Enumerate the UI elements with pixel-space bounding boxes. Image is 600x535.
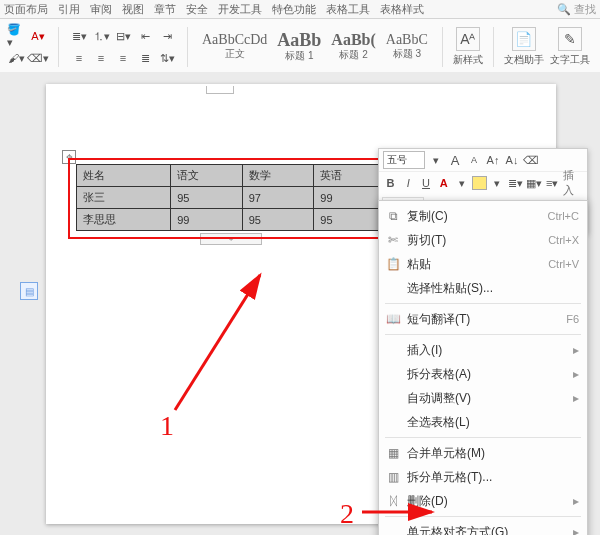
text-tool-icon: ✎ xyxy=(558,27,582,51)
font-color-button[interactable]: A xyxy=(436,175,451,191)
table-select-handle[interactable]: ✥ xyxy=(62,150,76,164)
font-color-icon[interactable]: A▾ xyxy=(28,26,48,46)
menu-item[interactable]: 📖短句翻译(T)F6 xyxy=(379,307,587,331)
search-icon: 🔍 xyxy=(557,3,571,16)
dropdown-icon[interactable]: ▾ xyxy=(490,175,505,191)
menu-item[interactable]: 插入(I)▸ xyxy=(379,338,587,362)
header-tab xyxy=(206,86,234,94)
numbering-icon[interactable]: ⒈▾ xyxy=(91,26,111,46)
align-justify-icon[interactable]: ≣ xyxy=(135,48,155,68)
text-tool-button[interactable]: ✎ 文字工具 xyxy=(550,27,590,67)
tab-features[interactable]: 特色功能 xyxy=(272,2,316,17)
menu-item-label: 插入(I) xyxy=(407,342,442,359)
clear-icon[interactable]: ⌫ xyxy=(523,152,539,168)
grow-font-icon[interactable]: A xyxy=(447,152,463,168)
bold-button[interactable]: B xyxy=(383,175,398,191)
menu-item-icon: ⧉ xyxy=(385,209,401,223)
bullets-icon[interactable]: ≣▾ xyxy=(69,26,89,46)
menu-item[interactable]: ᛞ删除(D)▸ xyxy=(379,489,587,513)
new-style-icon: Aᴬ xyxy=(456,27,480,51)
dropdown-icon[interactable]: ▾ xyxy=(454,175,469,191)
menu-item[interactable]: 拆分表格(A)▸ xyxy=(379,362,587,386)
tab-developer[interactable]: 开发工具 xyxy=(218,2,262,17)
align-center-icon[interactable]: ≡ xyxy=(91,48,111,68)
align-mini-icon[interactable]: ≡▾ xyxy=(545,175,560,191)
tab-table-style[interactable]: 表格样式 xyxy=(380,2,424,17)
new-style-button[interactable]: Aᴬ 新样式 xyxy=(453,27,483,67)
context-menu: ⧉复制(C)Ctrl+C✄剪切(T)Ctrl+X📋粘贴Ctrl+V选择性粘贴(S… xyxy=(378,200,588,535)
subscript-icon[interactable]: A↓ xyxy=(504,152,520,168)
clipboard-group: 🪣▾ A▾ 🖌▾ ⌫▾ xyxy=(6,26,48,68)
menu-item[interactable]: 单元格对齐方式(G)▸ xyxy=(379,520,587,535)
menu-item-label: 单元格对齐方式(G) xyxy=(407,524,508,536)
add-row-button[interactable]: + xyxy=(200,233,262,245)
submenu-arrow-icon: ▸ xyxy=(573,494,579,508)
menu-item[interactable]: 自动调整(V)▸ xyxy=(379,386,587,410)
search-box[interactable]: 🔍 查找 xyxy=(557,2,596,17)
tab-review[interactable]: 审阅 xyxy=(90,2,112,17)
table-row[interactable]: 张三 95 97 99 xyxy=(77,187,386,209)
style-h1[interactable]: AaBb标题 1 xyxy=(273,31,325,63)
menu-item-label: 短句翻译(T) xyxy=(407,311,470,328)
doc-helper-button[interactable]: 📄 文档助手 xyxy=(504,27,544,67)
tab-chapter[interactable]: 章节 xyxy=(154,2,176,17)
format-painter-icon[interactable]: 🖌▾ xyxy=(6,48,26,68)
bucket-fill-icon[interactable]: 🪣▾ xyxy=(6,26,26,46)
bullets-mini-icon[interactable]: ≣▾ xyxy=(508,175,523,191)
th-chinese[interactable]: 语文 xyxy=(171,165,243,187)
underline-button[interactable]: U xyxy=(419,175,434,191)
highlight-button[interactable] xyxy=(472,176,487,190)
indent-right-icon[interactable]: ⇥ xyxy=(157,26,177,46)
align-right-icon[interactable]: ≡ xyxy=(113,48,133,68)
menu-item-shortcut: Ctrl+C xyxy=(548,210,579,222)
align-left-icon[interactable]: ≡ xyxy=(69,48,89,68)
menu-item[interactable]: ✄剪切(T)Ctrl+X xyxy=(379,228,587,252)
tab-references[interactable]: 引用 xyxy=(58,2,80,17)
outline-icon[interactable]: ▤ xyxy=(20,282,38,300)
menu-item[interactable]: ▦合并单元格(M) xyxy=(379,441,587,465)
table-wrapper: ✥ 姓名 语文 数学 英语 张三 95 97 99 李思思 99 95 xyxy=(76,164,386,231)
line-spacing-icon[interactable]: ⇅▾ xyxy=(157,48,177,68)
border-mini-icon[interactable]: ▦▾ xyxy=(526,175,542,191)
insert-mini-button[interactable]: 插入 xyxy=(563,168,583,198)
th-english[interactable]: 英语 xyxy=(314,165,386,187)
menu-item[interactable]: 📋粘贴Ctrl+V xyxy=(379,252,587,276)
tab-layout[interactable]: 页面布局 xyxy=(4,2,48,17)
menu-item-label: 全选表格(L) xyxy=(407,414,470,431)
shrink-font-icon[interactable]: A xyxy=(466,152,482,168)
style-h2[interactable]: AaBb(标题 2 xyxy=(327,32,379,62)
font-size-select[interactable]: 五号 xyxy=(383,151,425,169)
menu-item-shortcut: Ctrl+V xyxy=(548,258,579,270)
menu-item-label: 粘贴 xyxy=(407,256,431,273)
menu-item[interactable]: ▥拆分单元格(T)... xyxy=(379,465,587,489)
menu-item-icon: 📋 xyxy=(385,257,401,271)
menu-item[interactable]: 全选表格(L) xyxy=(379,410,587,434)
tab-view[interactable]: 视图 xyxy=(122,2,144,17)
menu-item-shortcut: F6 xyxy=(566,313,579,325)
indent-left-icon[interactable]: ⇤ xyxy=(135,26,155,46)
style-h3[interactable]: AaBbC标题 3 xyxy=(382,33,432,61)
menu-item[interactable]: 选择性粘贴(S)... xyxy=(379,276,587,300)
clear-format-icon[interactable]: ⌫▾ xyxy=(28,48,48,68)
table-row[interactable]: 李思思 99 95 95 xyxy=(77,209,386,231)
tab-security[interactable]: 安全 xyxy=(186,2,208,17)
menu-item-icon: ✄ xyxy=(385,233,401,247)
menu-item-label: 删除(D) xyxy=(407,493,448,510)
superscript-icon[interactable]: A↑ xyxy=(485,152,501,168)
dropdown-icon[interactable]: ▾ xyxy=(428,152,444,168)
submenu-arrow-icon: ▸ xyxy=(573,525,579,535)
submenu-arrow-icon: ▸ xyxy=(573,343,579,357)
menu-separator xyxy=(385,516,581,517)
tab-table-tools[interactable]: 表格工具 xyxy=(326,2,370,17)
ribbon-body: 🪣▾ A▾ 🖌▾ ⌫▾ ≣▾ ⒈▾ ⊟▾ ⇤ ⇥ ≡ ≡ ≡ ≣ ⇅▾ AaBb… xyxy=(0,19,600,76)
th-name[interactable]: 姓名 xyxy=(77,165,171,187)
menu-item-label: 复制(C) xyxy=(407,208,448,225)
italic-button[interactable]: I xyxy=(401,175,416,191)
th-math[interactable]: 数学 xyxy=(242,165,314,187)
style-normal[interactable]: AaBbCcDd正文 xyxy=(198,33,271,61)
data-table[interactable]: 姓名 语文 数学 英语 张三 95 97 99 李思思 99 95 95 xyxy=(76,164,386,231)
menu-item[interactable]: ⧉复制(C)Ctrl+C xyxy=(379,204,587,228)
multilevel-icon[interactable]: ⊟▾ xyxy=(113,26,133,46)
separator xyxy=(493,27,494,67)
separator xyxy=(187,27,188,67)
